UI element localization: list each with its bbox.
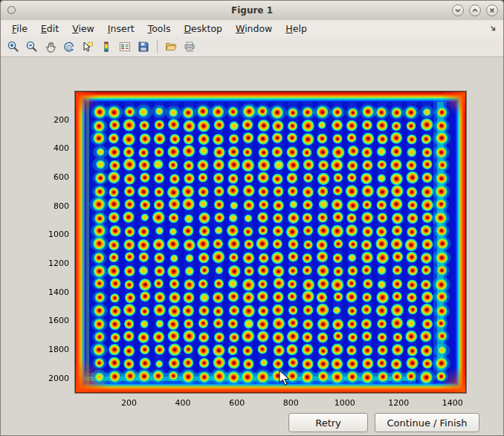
colorbar-icon — [100, 40, 113, 53]
figure-canvas-area: Retry Continue / Finish 2004006008001000… — [1, 57, 503, 435]
x-axis-label: 1200 — [381, 398, 416, 408]
x-axis-label: 400 — [165, 398, 201, 408]
retry-button[interactable]: Retry — [288, 413, 368, 432]
save-icon — [137, 40, 150, 53]
print-icon — [183, 40, 196, 53]
undock-arrow-icon — [489, 25, 497, 33]
pan-button[interactable] — [42, 38, 59, 56]
x-axis-label: 1000 — [327, 398, 363, 408]
minimize-button[interactable] — [452, 4, 464, 16]
title-bar[interactable]: Figure 1 — [1, 1, 503, 21]
rotate-3d-icon — [62, 40, 76, 53]
close-icon — [488, 7, 496, 14]
zoom-out-icon — [25, 40, 39, 53]
y-axis-label: 1400 — [29, 287, 69, 297]
data-cursor-icon — [81, 40, 94, 53]
menu-item-tools[interactable]: Tools — [141, 22, 178, 36]
menu-item-window[interactable]: Window — [229, 22, 279, 36]
close-button[interactable] — [486, 4, 498, 16]
y-axis-label: 1000 — [29, 230, 69, 239]
window-controls — [452, 4, 498, 16]
y-axis-label: 1800 — [29, 345, 69, 354]
y-axis-label: 1200 — [29, 258, 69, 268]
menu-item-file[interactable]: File — [5, 22, 34, 36]
chevron-up-icon — [471, 7, 479, 14]
save-button[interactable] — [135, 38, 152, 56]
print-button[interactable] — [181, 38, 198, 56]
continue-finish-button[interactable]: Continue / Finish — [375, 413, 479, 432]
menu-item-help[interactable]: Help — [279, 22, 314, 36]
figure-image[interactable] — [75, 91, 466, 393]
legend-button[interactable] — [116, 38, 134, 56]
figure-toolbar — [1, 36, 503, 57]
toolbar-separator — [157, 40, 158, 53]
open-folder-icon — [164, 40, 178, 53]
y-axis-label: 200 — [29, 115, 69, 125]
zoom-in-icon — [7, 40, 20, 53]
zoom-out-button[interactable] — [23, 38, 41, 56]
open-folder-button[interactable] — [162, 38, 180, 56]
chevron-down-icon — [454, 7, 462, 14]
maximize-button[interactable] — [469, 4, 481, 16]
menu-item-edit[interactable]: Edit — [34, 22, 65, 36]
y-axis-label: 1600 — [29, 316, 69, 325]
y-axis-label: 600 — [29, 172, 69, 182]
figure-window: Figure 1 File Edit View Insert Tools Des… — [0, 0, 504, 436]
y-axis-label: 400 — [29, 143, 69, 153]
data-cursor-button[interactable] — [79, 38, 97, 56]
colorbar-button[interactable] — [97, 38, 115, 56]
legend-icon — [118, 40, 132, 53]
y-axis-label: 800 — [29, 201, 69, 211]
menu-item-desktop[interactable]: Desktop — [177, 22, 229, 36]
rotate-3d-button[interactable] — [60, 38, 78, 56]
x-axis-label: 1400 — [435, 398, 471, 408]
zoom-in-button[interactable] — [4, 38, 22, 56]
pan-hand-icon — [44, 40, 57, 53]
x-axis-label: 800 — [273, 398, 308, 408]
y-axis-label: 2000 — [29, 374, 69, 383]
menu-item-insert[interactable]: Insert — [101, 22, 141, 36]
x-axis-label: 200 — [112, 398, 147, 408]
menu-item-view[interactable]: View — [65, 22, 101, 36]
undock-button[interactable] — [489, 25, 497, 33]
menu-bar: File Edit View Insert Tools Desktop Wind… — [1, 20, 503, 36]
x-axis-label: 600 — [219, 398, 255, 408]
window-title: Figure 1 — [1, 1, 503, 20]
